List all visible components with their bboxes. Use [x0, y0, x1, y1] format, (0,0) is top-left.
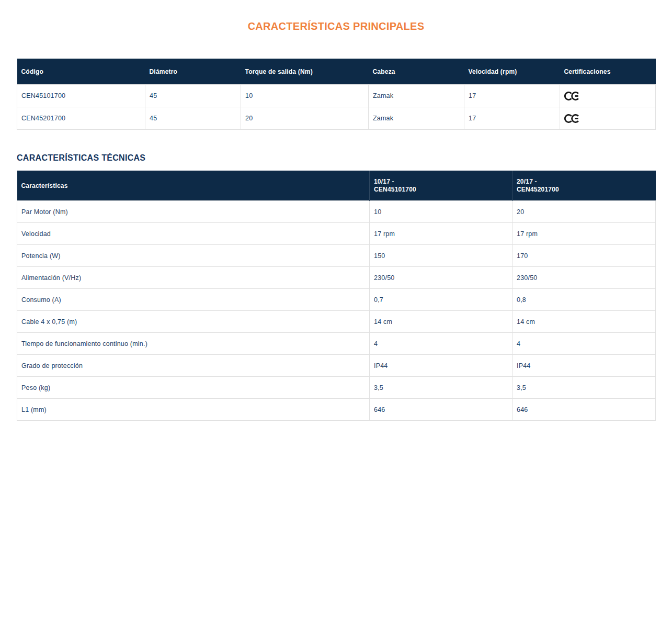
spec-label: Cable 4 x 0,75 (m)	[17, 311, 370, 333]
cell-codigo: CEN45101700	[17, 85, 145, 107]
model-2-ratio: 20/17 -	[517, 178, 652, 186]
spec-label: Velocidad	[17, 223, 370, 245]
spec-value-model-2: 14 cm	[512, 311, 656, 333]
spec-label: Grado de protección	[17, 355, 370, 377]
table-row: CEN45201700 45 20 Zamak 17	[17, 107, 656, 130]
column-header-velocidad: Velocidad (rpm)	[464, 59, 560, 85]
spec-label: Potencia (W)	[17, 245, 370, 267]
main-table-header-row: Código Diámetro Torque de salida (Nm) Ca…	[17, 59, 656, 85]
column-header-cabeza: Cabeza	[369, 59, 464, 85]
cell-codigo: CEN45201700	[17, 107, 145, 130]
spec-value-model-1: 4	[370, 333, 512, 355]
column-header-torque: Torque de salida (Nm)	[241, 59, 369, 85]
cell-cabeza: Zamak	[369, 85, 464, 107]
table-row: Potencia (W) 150 170	[17, 245, 656, 267]
spec-label: L1 (mm)	[17, 399, 370, 421]
cell-certificaciones	[560, 85, 656, 107]
spec-value-model-2: 3,5	[512, 377, 656, 399]
spec-value-model-1: 230/50	[370, 267, 512, 289]
table-row: Par Motor (Nm) 10 20	[17, 201, 656, 223]
table-row: Grado de protección IP44 IP44	[17, 355, 656, 377]
cell-velocidad: 17	[464, 85, 560, 107]
spec-label: Tiempo de funcionamiento continuo (min.)	[17, 333, 370, 355]
column-header-caracteristicas: Características	[17, 171, 370, 201]
table-row: Velocidad 17 rpm 17 rpm	[17, 223, 656, 245]
column-header-model-2: 20/17 - CEN45201700	[512, 171, 656, 201]
cell-diametro: 45	[145, 107, 241, 130]
cell-certificaciones	[560, 107, 656, 130]
spec-label: Par Motor (Nm)	[17, 201, 370, 223]
table-row: L1 (mm) 646 646	[17, 399, 656, 421]
model-1-ratio: 10/17 -	[374, 178, 508, 186]
table-row: Tiempo de funcionamiento continuo (min.)…	[17, 333, 656, 355]
table-row: Alimentación (V/Hz) 230/50 230/50	[17, 267, 656, 289]
spec-page: CARACTERÍSTICAS PRINCIPALES Código Diáme…	[17, 0, 655, 421]
technical-characteristics-table: Características 10/17 - CEN45101700 20/1…	[17, 171, 656, 421]
model-1-code: CEN45101700	[374, 186, 508, 194]
cell-torque: 20	[241, 107, 369, 130]
main-characteristics-table: Código Diámetro Torque de salida (Nm) Ca…	[17, 59, 656, 130]
spec-value-model-2: 17 rpm	[512, 223, 656, 245]
spec-value-model-1: IP44	[370, 355, 512, 377]
spec-value-model-1: 150	[370, 245, 512, 267]
cell-velocidad: 17	[464, 107, 560, 130]
table-row: Consumo (A) 0,7 0,8	[17, 289, 656, 311]
spec-label: Peso (kg)	[17, 377, 370, 399]
spec-label: Alimentación (V/Hz)	[17, 267, 370, 289]
table-row: Peso (kg) 3,5 3,5	[17, 377, 656, 399]
table-row: Cable 4 x 0,75 (m) 14 cm 14 cm	[17, 311, 656, 333]
cell-diametro: 45	[145, 85, 241, 107]
section-title: CARACTERÍSTICAS TÉCNICAS	[17, 153, 655, 162]
spec-value-model-2: 4	[512, 333, 656, 355]
spec-value-model-2: 170	[512, 245, 656, 267]
spec-value-model-1: 646	[370, 399, 512, 421]
spec-value-model-1: 10	[370, 201, 512, 223]
spec-value-model-2: 20	[512, 201, 656, 223]
ce-mark-icon	[564, 91, 580, 102]
spec-value-model-2: 0,8	[512, 289, 656, 311]
column-header-diametro: Diámetro	[145, 59, 241, 85]
spec-value-model-2: 230/50	[512, 267, 656, 289]
column-header-certificaciones: Certificaciones	[560, 59, 656, 85]
page-title: CARACTERÍSTICAS PRINCIPALES	[17, 21, 655, 32]
spec-value-model-1: 0,7	[370, 289, 512, 311]
tech-table-header-row: Características 10/17 - CEN45101700 20/1…	[17, 171, 656, 201]
table-row: CEN45101700 45 10 Zamak 17	[17, 85, 656, 107]
spec-value-model-2: 646	[512, 399, 656, 421]
column-header-codigo: Código	[17, 59, 145, 85]
spec-value-model-2: IP44	[512, 355, 656, 377]
spec-value-model-1: 14 cm	[370, 311, 512, 333]
spec-value-model-1: 3,5	[370, 377, 512, 399]
column-header-model-1: 10/17 - CEN45101700	[370, 171, 512, 201]
spec-value-model-1: 17 rpm	[370, 223, 512, 245]
spec-label: Consumo (A)	[17, 289, 370, 311]
cell-torque: 10	[241, 85, 369, 107]
cell-cabeza: Zamak	[369, 107, 464, 130]
model-2-code: CEN45201700	[517, 186, 652, 194]
ce-mark-icon	[564, 113, 580, 124]
